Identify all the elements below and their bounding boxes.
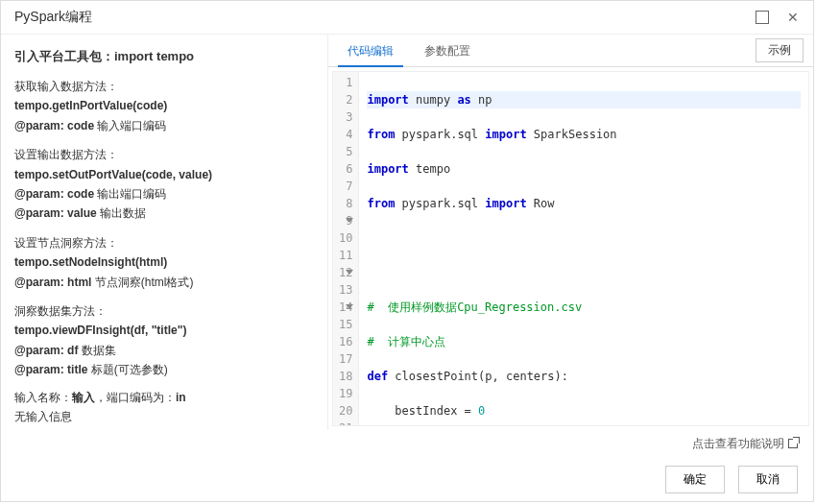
cancel-button[interactable]: 取消 xyxy=(738,466,798,493)
footer: 确定 取消 xyxy=(1,458,813,501)
close-icon[interactable]: ✕ xyxy=(786,11,800,24)
editor-panel: 代码编辑 参数配置 示例 123456789101112131415161718… xyxy=(327,35,813,430)
window-controls: ✕ xyxy=(756,11,800,24)
method-sig: tempo.viewDFInsight(df, "title") xyxy=(14,321,314,340)
ok-button[interactable]: 确定 xyxy=(665,466,725,493)
section-title: 洞察数据集方法： xyxy=(14,301,314,321)
external-link-icon xyxy=(788,439,798,448)
section-df-insight: 洞察数据集方法： tempo.viewDFInsight(df, "title"… xyxy=(14,301,314,380)
titlebar: PySpark编程 ✕ xyxy=(1,1,813,35)
method-sig: tempo.setOutPortValue(code, value) xyxy=(14,165,314,184)
section-get-input: 获取输入数据方法： tempo.getInPortValue(code) @pa… xyxy=(14,77,314,135)
section-set-output: 设置输出数据方法： tempo.setOutPortValue(code, va… xyxy=(14,145,314,224)
dialog-body: 引入平台工具包：import tempo 获取输入数据方法： tempo.get… xyxy=(1,35,813,430)
example-button[interactable]: 示例 xyxy=(756,38,804,62)
tab-param-config[interactable]: 参数配置 xyxy=(415,35,480,67)
method-sig: tempo.getInPortValue(code) xyxy=(14,96,314,115)
line-gutter: 12345678910111213141516171819202122 xyxy=(333,72,359,425)
code-editor[interactable]: 12345678910111213141516171819202122 impo… xyxy=(332,71,809,426)
section-title: 获取输入数据方法： xyxy=(14,77,314,96)
maximize-icon[interactable] xyxy=(756,11,769,24)
section-title: 设置输出数据方法： xyxy=(14,145,314,164)
code-area[interactable]: import numpy as np from pyspark.sql impo… xyxy=(359,72,808,425)
method-sig: tempo.setNodeInsight(html) xyxy=(14,252,314,272)
window-title: PySpark编程 xyxy=(14,9,92,26)
help-link[interactable]: 点击查看功能说明 xyxy=(692,437,798,450)
section-node-insight: 设置节点洞察方法： tempo.setNodeInsight(html) @pa… xyxy=(14,233,314,292)
no-input-info: 无输入信息 xyxy=(14,407,314,426)
tab-bar: 代码编辑 参数配置 示例 xyxy=(328,35,813,67)
import-header: 引入平台工具包：import tempo xyxy=(14,46,314,67)
hint-row: 点击查看功能说明 xyxy=(1,430,813,458)
pyspark-dialog: PySpark编程 ✕ 引入平台工具包：import tempo 获取输入数据方… xyxy=(0,0,814,502)
tab-code-edit[interactable]: 代码编辑 xyxy=(338,35,403,67)
section-title: 设置节点洞察方法： xyxy=(14,233,314,252)
input-info: 输入名称：输入，端口编码为：in xyxy=(14,388,314,407)
doc-panel: 引入平台工具包：import tempo 获取输入数据方法： tempo.get… xyxy=(1,35,327,430)
